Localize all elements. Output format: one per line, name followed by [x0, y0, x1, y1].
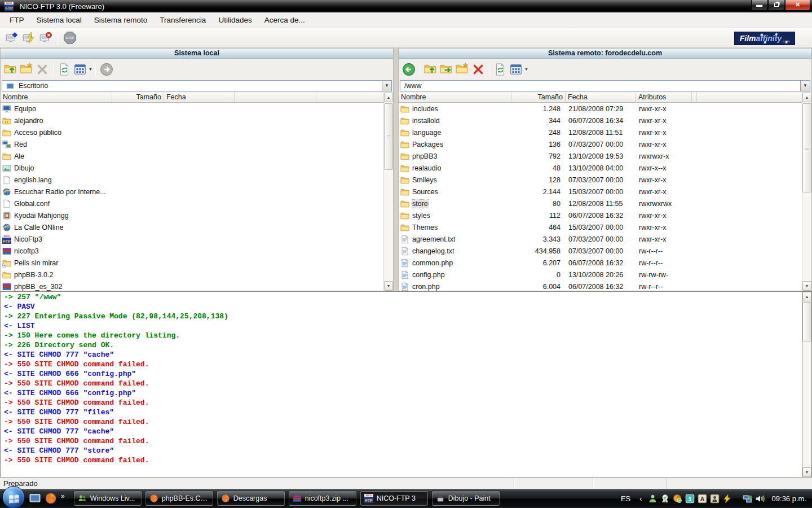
- scroll-down-arrow[interactable]: ▼: [802, 467, 811, 477]
- remote-file-row[interactable]: language24812/08/2008 11:51rwxr-xr-x: [399, 126, 802, 138]
- stop-button[interactable]: STOP: [61, 29, 78, 46]
- remote-refresh-button[interactable]: [492, 62, 508, 77]
- taskbar-button-dibujo-paint[interactable]: Dibujo - Paint: [432, 491, 500, 506]
- local-view-button[interactable]: [72, 62, 88, 77]
- user-tile-icon[interactable]: [710, 494, 720, 503]
- taskbar-clock[interactable]: 09:36 p.m.: [772, 494, 806, 503]
- local-file-row[interactable]: Red: [1, 138, 383, 150]
- start-button[interactable]: [2, 486, 25, 508]
- remote-new-folder-button[interactable]: [454, 62, 470, 77]
- volume-icon[interactable]: [755, 494, 765, 503]
- local-refresh-button[interactable]: [56, 62, 72, 77]
- local-file-row[interactable]: Ale: [1, 150, 383, 162]
- local-file-row[interactable]: NICOFTPNicoFtp3: [1, 233, 383, 245]
- minimize-button[interactable]: ▬: [751, 0, 767, 11]
- local-address-combo[interactable]: Escritorio: [2, 80, 382, 91]
- remote-folder-up-button[interactable]: [423, 62, 439, 77]
- remote-file-row[interactable]: agreement.txt3.34307/03/2007 00:00rwxr-x…: [399, 233, 802, 245]
- local-file-row[interactable]: Dibujo: [1, 162, 383, 174]
- local-file-row[interactable]: english.lang: [1, 174, 383, 186]
- scroll-down-arrow[interactable]: ▼: [802, 281, 811, 291]
- local-file-row[interactable]: phpBB-3.0.2: [1, 269, 383, 281]
- remote-file-row[interactable]: changelog.txt434.95807/03/2007 00:00rw-r…: [399, 245, 802, 257]
- remote-file-row[interactable]: store8012/08/2008 11:55rwxrwxrwx: [399, 198, 802, 209]
- remote-file-row[interactable]: styles11206/07/2008 16:32rwxr-xr-x: [399, 209, 802, 221]
- scroll-up-arrow[interactable]: ▲: [802, 93, 811, 102]
- local-delete-button[interactable]: [34, 62, 50, 77]
- remote-file-row[interactable]: Packages13607/03/2007 00:00rwxr-xr-x: [399, 138, 802, 150]
- remote-file-row[interactable]: phpBB379213/10/2008 19:53rwxrwxr-x: [399, 150, 802, 162]
- tray-chevron[interactable]: ‹: [639, 494, 642, 503]
- scroll-up-arrow[interactable]: ▲: [802, 292, 811, 301]
- local-file-row[interactable]: La Calle ONline: [1, 221, 383, 233]
- remote-goto-folder-button[interactable]: [439, 62, 454, 77]
- local-new-folder-button[interactable]: [19, 62, 34, 77]
- update-check-icon[interactable]: [673, 494, 682, 503]
- network-icon[interactable]: [743, 494, 752, 503]
- badge-check-icon[interactable]: [660, 494, 670, 503]
- column-header-nombre[interactable]: Nombre: [399, 93, 511, 103]
- remote-file-row[interactable]: Themes46415/03/2007 00:00rwxr-xr-x: [399, 221, 802, 233]
- language-indicator[interactable]: ES: [621, 494, 630, 503]
- taskbar-button-descargas[interactable]: Descargas: [217, 491, 285, 506]
- firefox-icon[interactable]: [45, 492, 57, 505]
- remote-back-button[interactable]: [401, 62, 417, 77]
- local-file-row[interactable]: Escuchar Radio por Interne...: [1, 186, 383, 198]
- remote-address-combo[interactable]: /www: [400, 80, 801, 91]
- quick-connect-button[interactable]: [20, 29, 37, 46]
- menu-sistema-local[interactable]: Sistema local: [30, 14, 88, 27]
- local-file-row[interactable]: alejandro: [1, 115, 383, 126]
- local-address-dropdown[interactable]: ▼: [382, 80, 392, 91]
- local-file-row[interactable]: Global.conf: [1, 198, 383, 209]
- local-file-row[interactable]: Acceso público: [1, 126, 383, 138]
- remote-file-row[interactable]: Smileys12807/03/2007 00:00rwxr-xr-x: [399, 174, 802, 186]
- local-scrollbar[interactable]: ▲ ▼: [383, 93, 393, 291]
- local-file-row[interactable]: Equipo: [1, 103, 383, 115]
- column-header-fecha[interactable]: Fecha: [164, 93, 235, 103]
- local-folder-up-button[interactable]: [3, 62, 19, 77]
- taskbar-button-phpbb-es-co-[interactable]: phpBB-Es.CO...: [145, 491, 213, 506]
- scroll-down-arrow[interactable]: ▼: [384, 281, 393, 291]
- taskbar-button-nicoftp3-zip-[interactable]: nicoftp3.zip ...: [289, 491, 356, 506]
- local-file-row[interactable]: Pelis sin mirar: [1, 257, 383, 269]
- column-header-tamaño[interactable]: Tamaño: [511, 93, 566, 103]
- lightning-icon[interactable]: [722, 494, 732, 503]
- menu-utilidades[interactable]: Utilidades: [212, 14, 258, 27]
- column-header-nombre[interactable]: Nombre: [1, 93, 112, 103]
- scroll-up-arrow[interactable]: ▲: [384, 93, 393, 102]
- restore-button[interactable]: [768, 0, 784, 11]
- counter-1-icon[interactable]: 1: [685, 494, 695, 503]
- remote-address-dropdown[interactable]: ▼: [801, 80, 810, 91]
- taskbar-button-windows-liv-[interactable]: Windows Liv...: [74, 491, 142, 506]
- local-file-row[interactable]: Kyodai Mahjongg: [1, 209, 383, 221]
- disconnect-button[interactable]: [37, 29, 54, 46]
- connect-button[interactable]: [3, 29, 20, 46]
- menu-transferencia[interactable]: Transferencia: [153, 14, 212, 27]
- column-header-blank[interactable]: [692, 93, 697, 103]
- remote-file-row[interactable]: common.php6.20706/07/2008 16:32rw-r--r--: [399, 257, 802, 269]
- local-file-row[interactable]: phpBB_es_302: [1, 281, 383, 291]
- log-scrollbar[interactable]: ▲ ▼: [802, 291, 812, 478]
- remote-scrollbar[interactable]: ▲ ▼: [802, 93, 811, 291]
- local-transfer-button[interactable]: [99, 62, 114, 77]
- remote-file-row[interactable]: realaudio4813/10/2008 04:00rwxr-x--x: [399, 162, 802, 174]
- column-header-blank[interactable]: [235, 93, 316, 103]
- remote-file-row[interactable]: installold34406/07/2008 16:34rwxr-xr-x: [399, 115, 802, 126]
- remote-file-row[interactable]: cron.php6.00406/07/2008 16:32rw-r--r--: [399, 281, 802, 291]
- remote-file-row[interactable]: includes1.24821/08/2008 07:29rwxr-xr-x: [399, 103, 802, 115]
- column-header-atributos[interactable]: Atributos: [636, 93, 692, 103]
- remote-file-row[interactable]: config.php013/10/2008 20:26rw-rw-rw-: [399, 269, 802, 281]
- remote-view-dropdown-arrow[interactable]: ▼: [524, 67, 528, 71]
- show-desktop-icon[interactable]: [29, 492, 41, 505]
- local-view-dropdown-arrow[interactable]: ▼: [89, 67, 92, 71]
- local-file-row[interactable]: nicoftp3: [1, 245, 383, 257]
- menu-acerca-de-[interactable]: Acerca de...: [258, 14, 311, 27]
- taskbar-button-nico-ftp-3[interactable]: NICOFTPNICO-FTP 3: [360, 491, 428, 506]
- column-header-tamaño[interactable]: Tamaño: [112, 93, 164, 103]
- remote-file-row[interactable]: Sources2.14415/03/2007 00:00rwxr-xr-x: [399, 186, 802, 198]
- quick-launch-overflow-chevron[interactable]: »: [61, 492, 65, 500]
- menu-ftp[interactable]: FTP: [3, 14, 30, 27]
- close-button[interactable]: ✕: [785, 0, 810, 11]
- messenger-user-icon[interactable]: [648, 494, 657, 503]
- remote-delete-button[interactable]: [470, 62, 486, 77]
